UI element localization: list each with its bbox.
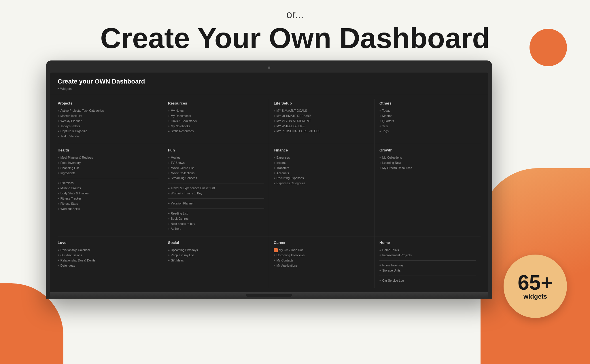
screen-title: Create your OWN Dashboard: [58, 78, 481, 85]
item: + MY WHEEL OF LIFE: [274, 124, 370, 129]
item: + My Contacts: [274, 258, 370, 263]
item-cv: My CV - John Doe: [274, 248, 370, 253]
or-label: or...: [0, 9, 590, 21]
section-love: Love + Relationship Calendar + Our discu…: [58, 236, 163, 288]
widgets-label: Widgets: [60, 87, 72, 90]
item: + Streaming Services: [168, 176, 264, 181]
item: + Food Inventory: [58, 160, 158, 166]
cv-icon: [274, 248, 278, 252]
item: + Improvement Projects: [379, 253, 476, 258]
screen-header: Create your OWN Dashboard Widgets: [50, 73, 488, 94]
item: + Year: [379, 124, 476, 129]
section-social-title: Social: [168, 240, 264, 245]
item: + TV Shows: [168, 160, 264, 166]
item: + Wishlist - Things to Buy: [168, 191, 264, 196]
item: + Expenses: [274, 155, 370, 160]
laptop-base: [50, 292, 488, 299]
item: + Master Task List: [58, 113, 158, 119]
item: + Exercises: [58, 181, 158, 186]
section-career: Career My CV - John Doe + Upcoming Inter…: [269, 236, 375, 288]
item: + Income: [274, 160, 370, 166]
section-home: Home + Home Tasks + Improvement Projects…: [375, 236, 481, 288]
item: + Today's Habits: [58, 124, 158, 129]
item: + MY PERSONAL CORE VALUES: [274, 129, 370, 134]
item: + Body Stats & Tracker: [58, 191, 158, 196]
item: + Car Service Log: [379, 278, 476, 283]
laptop-mockup: Create your OWN Dashboard Widgets Projec…: [46, 60, 492, 299]
main-heading: Create Your Own Dashboard: [0, 23, 590, 53]
section-social: Social + Upcoming Birthdays + People in …: [163, 236, 269, 288]
section-resources: Resources + My Notes + My Documents + Li…: [163, 99, 269, 144]
item: + My Collections: [379, 155, 476, 160]
section-resources-title: Resources: [168, 101, 264, 105]
item: + Fitness Tracker: [58, 196, 158, 201]
item-months: + Months: [379, 113, 476, 119]
section-projects-title: Projects: [58, 101, 158, 105]
item: + Expenses Categories: [274, 181, 370, 186]
section-finance: Finance + Expenses + Income + Transfers …: [269, 144, 375, 236]
badge-number: 65+: [518, 272, 553, 293]
item: + Travel & Experiences Bucket List: [168, 186, 264, 191]
item: + Gift Ideas: [168, 258, 264, 263]
item: + Shopping List: [58, 166, 158, 171]
item: + Upcoming Interviews: [274, 253, 370, 258]
item: + Our discussions: [58, 253, 158, 258]
item: + Tags: [379, 129, 476, 134]
header-area: or... Create Your Own Dashboard: [0, 9, 590, 53]
item: + Quarters: [379, 119, 476, 124]
section-life-setup: Life Setup + MY S.M.A.R.T GOALS + MY ULT…: [269, 99, 375, 144]
item: + My Documents: [168, 113, 264, 119]
item: + My Growth Resources: [379, 166, 476, 171]
item: + Next books to buy: [168, 221, 264, 227]
item-workout-splits: + Workout Splits: [58, 206, 158, 212]
item: + Home Inventory: [379, 263, 476, 268]
item-applications: + My Applications: [274, 263, 370, 268]
section-love-title: Love: [58, 240, 158, 245]
item: + MY S.M.A.R.T GOALS: [274, 108, 370, 113]
laptop-screen: Create your OWN Dashboard Widgets Projec…: [50, 73, 488, 292]
item: + Authors: [168, 226, 264, 232]
section-home-title: Home: [379, 240, 476, 245]
item: + Book Genres: [168, 216, 264, 221]
section-finance-title: Finance: [274, 148, 370, 152]
item: + Task Calendar: [58, 134, 158, 139]
item: + Reading List: [168, 211, 264, 216]
section-health: Health + Meal Planner & Recipes + Food I…: [58, 144, 163, 236]
section-life-setup-title: Life Setup: [274, 101, 370, 105]
item: + Storage Units: [379, 268, 476, 273]
item: + Static Resources: [168, 129, 264, 134]
item: + Weekly Planner: [58, 119, 158, 124]
item: + Movie Genre List: [168, 166, 264, 171]
badge-label: widgets: [523, 293, 547, 300]
triangle-icon: [58, 88, 59, 90]
item: + Meal Planner & Recipes: [58, 155, 158, 160]
item: + MY VISION STATEMENT: [274, 119, 370, 124]
section-health-title: Health: [58, 148, 158, 152]
widgets-tag: Widgets: [58, 87, 481, 90]
laptop-outer: Create your OWN Dashboard Widgets Projec…: [46, 60, 492, 299]
screen-body: Projects + Active Projects/ Task Categor…: [50, 94, 488, 292]
item: + Movies: [168, 155, 264, 160]
item: + My Notebooks: [168, 124, 264, 129]
item: + Transfers: [274, 166, 370, 171]
item: + Ingredients: [58, 171, 158, 176]
item: + Home Tasks: [379, 248, 476, 253]
item-vacation-planner: + Vacation Planner: [168, 201, 264, 206]
widgets-badge: 65+ widgets: [504, 255, 567, 318]
item: + MY ULTIMATE DREAMS!: [274, 113, 370, 119]
item: + Muscle Groups: [58, 186, 158, 191]
item: + Links & Bookmarks: [168, 119, 264, 124]
section-growth: Growth + My Collections + Learning Now +…: [375, 144, 481, 236]
item: + Movie Collections: [168, 171, 264, 176]
item: + My Notes: [168, 108, 264, 113]
camera-bar: [50, 65, 488, 71]
section-others: Others + Today + Months + Quarters + Yea…: [375, 99, 481, 144]
item-relationship-calendar: + Relationship Calendar: [58, 248, 158, 253]
section-others-title: Others: [379, 101, 476, 105]
item: + Fitness Stats: [58, 201, 158, 206]
section-career-title: Career: [274, 240, 370, 245]
item: + Relationship Dos & Don'ts: [58, 258, 158, 263]
section-projects: Projects + Active Projects/ Task Categor…: [58, 99, 163, 144]
item: + Active Projects/ Task Categories: [58, 108, 158, 113]
item: + People in my Life: [168, 253, 264, 258]
